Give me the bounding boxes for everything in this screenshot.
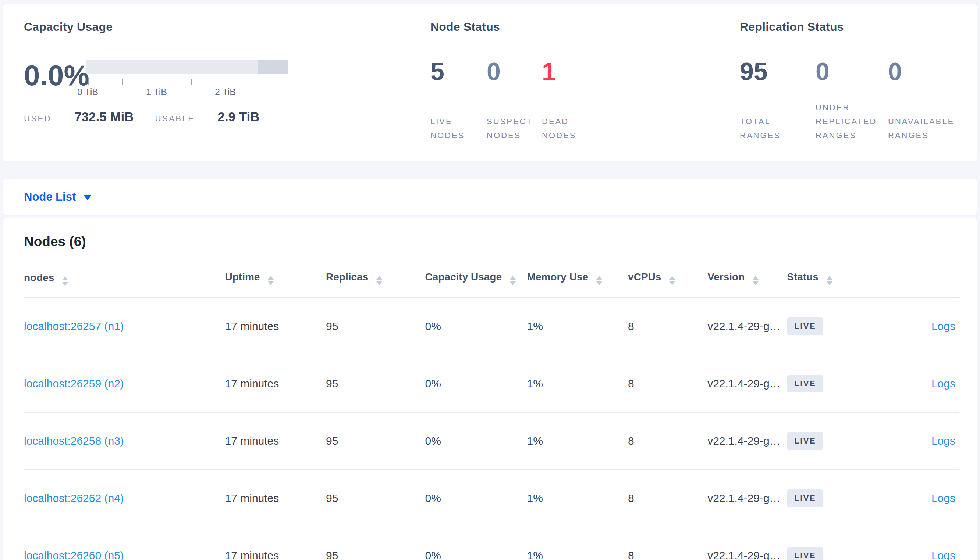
memory-cell: 1% bbox=[527, 470, 628, 527]
capacity-cell: 0% bbox=[425, 470, 527, 527]
under-replicated-ranges-label: UNDER- REPLICATED RANGES bbox=[816, 101, 888, 143]
sort-icon bbox=[669, 276, 675, 285]
axis-label-1tib: 1 TiB bbox=[146, 87, 167, 97]
uptime-cell: 17 minutes bbox=[225, 298, 326, 355]
vcpus-cell: 8 bbox=[628, 527, 707, 560]
capacity-cell: 0% bbox=[425, 527, 527, 560]
axis-label-2tib: 2 TiB bbox=[215, 87, 236, 97]
replication-status-title: Replication Status bbox=[740, 20, 977, 34]
under-replicated-ranges-metric: 0 UNDER- REPLICATED RANGES bbox=[816, 59, 888, 143]
capacity-usage-title: Capacity Usage bbox=[24, 20, 430, 34]
sort-icon bbox=[376, 276, 382, 285]
memory-cell: 1% bbox=[527, 298, 628, 355]
live-nodes-count: 5 bbox=[430, 59, 487, 84]
column-header-logs bbox=[878, 262, 959, 298]
suspect-nodes-metric: 0 SUSPECT NODES bbox=[487, 59, 542, 143]
sort-icon bbox=[596, 276, 602, 285]
capacity-bar-track bbox=[86, 60, 288, 74]
logs-link[interactable]: Logs bbox=[932, 377, 955, 390]
used-label: USED bbox=[24, 114, 52, 123]
uptime-cell: 17 minutes bbox=[225, 412, 326, 470]
column-header-memory-use[interactable]: Memory Use bbox=[527, 262, 628, 298]
capacity-axis-labels: 0 TiB 1 TiB 2 TiB bbox=[86, 87, 288, 98]
vcpus-cell: 8 bbox=[628, 412, 707, 470]
status-badge: LIVE bbox=[787, 317, 823, 335]
memory-cell: 1% bbox=[527, 355, 628, 412]
replicas-cell: 95 bbox=[326, 470, 425, 527]
table-row: localhost:26259 (n2) 17 minutes 95 0% 1%… bbox=[24, 355, 959, 412]
replication-status-section: Replication Status 95 TOTAL RANGES 0 UND… bbox=[740, 4, 977, 161]
status-badge: LIVE bbox=[787, 490, 823, 507]
table-row: localhost:26257 (n1) 17 minutes 95 0% 1%… bbox=[24, 298, 959, 355]
capacity-cell: 0% bbox=[425, 355, 527, 412]
table-header-row: nodes Uptime Replicas Capacity Usage Mem… bbox=[24, 262, 959, 298]
sort-icon bbox=[826, 276, 833, 285]
sort-icon bbox=[62, 277, 68, 286]
live-nodes-label: LIVE NODES bbox=[430, 101, 487, 143]
sort-icon bbox=[510, 276, 516, 285]
sort-icon bbox=[753, 276, 759, 285]
replicas-cell: 95 bbox=[326, 355, 425, 412]
version-cell: v22.1.4-29-g… bbox=[707, 470, 787, 527]
nodes-panel: Nodes (6) nodes Uptime Replicas bbox=[3, 218, 977, 560]
node-status-section: Node Status 5 LIVE NODES 0 SUSPECT NODES… bbox=[430, 4, 740, 161]
node-link[interactable]: localhost:26262 (n4) bbox=[24, 492, 124, 504]
capacity-bar-segment bbox=[258, 60, 288, 74]
sort-icon bbox=[268, 276, 274, 285]
chevron-down-icon bbox=[84, 195, 91, 200]
node-link[interactable]: localhost:26258 (n3) bbox=[24, 435, 124, 447]
version-cell: v22.1.4-29-g… bbox=[707, 527, 787, 560]
logs-link[interactable]: Logs bbox=[932, 549, 955, 560]
view-selector-bar: Node List bbox=[3, 179, 977, 215]
replicas-cell: 95 bbox=[326, 412, 425, 470]
under-replicated-ranges-count: 0 bbox=[816, 59, 888, 84]
cluster-summary-panel: Capacity Usage 0.0% 0 TiB 1 TiB bbox=[3, 4, 977, 161]
dead-nodes-label: DEAD NODES bbox=[542, 101, 576, 143]
column-header-uptime[interactable]: Uptime bbox=[225, 262, 326, 298]
capacity-axis-ticks bbox=[86, 77, 288, 86]
used-value: 732.5 MiB bbox=[74, 110, 134, 124]
column-header-nodes[interactable]: nodes bbox=[24, 262, 225, 298]
usable-value: 2.9 TiB bbox=[217, 110, 259, 124]
capacity-cell: 0% bbox=[425, 298, 527, 355]
version-cell: v22.1.4-29-g… bbox=[707, 355, 787, 412]
unavailable-ranges-metric: 0 UNAVAILABLE RANGES bbox=[888, 59, 954, 143]
logs-link[interactable]: Logs bbox=[932, 320, 955, 332]
uptime-cell: 17 minutes bbox=[225, 470, 326, 527]
replicas-cell: 95 bbox=[326, 298, 425, 355]
column-header-vcpus[interactable]: vCPUs bbox=[628, 262, 707, 298]
version-cell: v22.1.4-29-g… bbox=[707, 298, 787, 355]
status-badge: LIVE bbox=[787, 432, 823, 450]
capacity-cell: 0% bbox=[425, 412, 527, 470]
capacity-usage-section: Capacity Usage 0.0% 0 TiB 1 TiB bbox=[3, 4, 430, 161]
node-list-dropdown-label: Node List bbox=[24, 190, 76, 203]
memory-cell: 1% bbox=[527, 412, 628, 470]
node-link[interactable]: localhost:26257 (n1) bbox=[24, 320, 124, 332]
nodes-section-title: Nodes (6) bbox=[24, 234, 959, 250]
node-link[interactable]: localhost:26259 (n2) bbox=[24, 377, 124, 390]
logs-link[interactable]: Logs bbox=[932, 492, 955, 504]
table-row: localhost:26262 (n4) 17 minutes 95 0% 1%… bbox=[24, 470, 959, 527]
total-ranges-count: 95 bbox=[740, 59, 816, 84]
vcpus-cell: 8 bbox=[628, 298, 707, 355]
status-badge: LIVE bbox=[787, 375, 823, 392]
node-link[interactable]: localhost:26260 (n5) bbox=[24, 549, 124, 560]
unavailable-ranges-count: 0 bbox=[888, 59, 954, 84]
status-badge: LIVE bbox=[787, 547, 823, 560]
uptime-cell: 17 minutes bbox=[225, 527, 326, 560]
column-header-capacity-usage[interactable]: Capacity Usage bbox=[425, 262, 527, 298]
column-header-replicas[interactable]: Replicas bbox=[326, 262, 425, 298]
node-status-title: Node Status bbox=[430, 20, 740, 34]
unavailable-ranges-label: UNAVAILABLE RANGES bbox=[888, 101, 954, 143]
capacity-used-percent: 0.0% bbox=[24, 58, 86, 98]
vcpus-cell: 8 bbox=[628, 355, 707, 412]
vcpus-cell: 8 bbox=[628, 470, 707, 527]
node-list-dropdown[interactable]: Node List bbox=[24, 190, 91, 203]
total-ranges-label: TOTAL RANGES bbox=[740, 101, 816, 143]
column-header-status[interactable]: Status bbox=[787, 262, 878, 298]
suspect-nodes-count: 0 bbox=[487, 59, 542, 84]
table-row: localhost:26260 (n5) 17 minutes 95 0% 1%… bbox=[24, 527, 959, 560]
logs-link[interactable]: Logs bbox=[932, 435, 955, 447]
column-header-version[interactable]: Version bbox=[707, 262, 787, 298]
live-nodes-metric: 5 LIVE NODES bbox=[430, 59, 487, 143]
